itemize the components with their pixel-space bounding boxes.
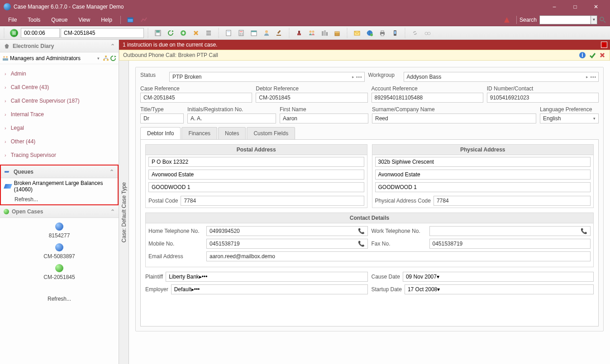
calendar-icon[interactable] [248, 27, 260, 39]
maximize-button[interactable]: □ [565, 0, 586, 14]
open-case-2[interactable]: CM-5083897 [43, 253, 75, 260]
gavel-icon[interactable] [273, 27, 285, 39]
physical-code-input[interactable]: 7784 [434, 196, 591, 206]
physical-line2[interactable]: Avonwood Estate [375, 170, 591, 180]
tab-finances[interactable]: Finances [181, 127, 217, 139]
employer-field[interactable]: Default▸••• [171, 284, 368, 294]
menu-help[interactable]: Help [95, 15, 118, 25]
case-status-icon[interactable] [55, 264, 63, 272]
initials-input[interactable]: A. A. [187, 113, 276, 123]
tree-item-legal[interactable]: ›Legal [0, 121, 119, 135]
work-tel-input[interactable]: 📞 [429, 226, 591, 236]
cause-date-field[interactable]: 09 Nov 2007▾ [403, 272, 594, 282]
search-dropdown[interactable]: ▼ [591, 15, 597, 24]
phone-icon[interactable]: 📞 [358, 228, 365, 234]
email-input[interactable]: aaron.reed@mailbox.demo [206, 251, 591, 261]
reject-icon[interactable] [599, 52, 606, 59]
tab-debtor-info[interactable]: Debtor Info [140, 127, 181, 139]
fname-input[interactable]: Aaron [280, 113, 368, 123]
hierarchy-icon[interactable] [102, 55, 110, 62]
postal-code-input[interactable]: 7784 [181, 196, 364, 206]
fax-input[interactable]: 0451538719 [429, 239, 591, 249]
queue-item[interactable]: Broken Arrangement Large Balances (14060… [1, 178, 118, 194]
electronic-diary-header[interactable]: Electronic Diary ⌃ [0, 40, 119, 52]
tab-notes[interactable]: Notes [218, 127, 246, 139]
phone-icon[interactable]: 📞 [581, 228, 587, 234]
startup-date-label: Startup Date [372, 286, 402, 293]
tree-item-other[interactable]: ›Other (44) [0, 135, 119, 148]
queues-header[interactable]: Queues ⌃ [1, 165, 118, 178]
status-field[interactable]: PTP Broken▸••• [169, 72, 365, 82]
startup-date-field[interactable]: 17 Oct 2008▾ [405, 284, 594, 294]
surname-input[interactable]: Reed [372, 113, 536, 123]
menu-view[interactable]: View [73, 15, 95, 25]
accept-icon[interactable] [589, 52, 596, 59]
pause-button[interactable] [8, 27, 20, 39]
role-select[interactable]: Managers and Administrators [9, 55, 97, 61]
buildings-icon[interactable] [319, 27, 330, 39]
case-status-icon[interactable] [55, 243, 63, 251]
glasses-icon[interactable] [422, 27, 434, 39]
workgroup-field[interactable]: Addyson Bass▸••• [404, 72, 599, 82]
refresh-icon[interactable] [165, 27, 176, 39]
print-icon[interactable] [376, 27, 388, 39]
mobile-input[interactable]: 0451538719📞 [206, 239, 368, 249]
postal-line1[interactable]: P O Box 12322 [148, 157, 364, 167]
physical-line3[interactable]: GOODWOOD 1 [375, 182, 591, 192]
open-case-1[interactable]: 8154277 [49, 232, 70, 239]
title-input[interactable]: Dr [140, 113, 184, 123]
case-status-icon[interactable] [55, 222, 63, 231]
home-tel-input[interactable]: 0499394520📞 [206, 226, 368, 236]
open-case-3[interactable]: CM-2051845 [43, 274, 75, 280]
search-input[interactable] [539, 15, 591, 24]
tab-custom-fields[interactable]: Custom Fields [247, 127, 295, 139]
minimize-button[interactable]: – [544, 0, 565, 14]
vertical-tab[interactable]: Case: Default Case Type [119, 61, 129, 364]
tree-item-admin[interactable]: ›Admin [0, 67, 119, 80]
tree-item-callcentre[interactable]: ›Call Centre (43) [0, 80, 119, 94]
chart-icon[interactable] [139, 15, 149, 25]
tree-item-tracingsup[interactable]: ›Tracing Supervisor [0, 148, 119, 162]
menu-queue[interactable]: Queue [46, 15, 73, 25]
alert-indicator-icon[interactable] [502, 15, 512, 25]
close-button[interactable]: ✕ [586, 0, 606, 14]
physical-line1[interactable]: 302b Siphiwe Crescent [375, 157, 591, 167]
package-icon[interactable] [331, 27, 343, 39]
globe-icon[interactable] [364, 27, 376, 39]
cancel-icon[interactable] [190, 27, 202, 39]
postal-code-label: Postal Code [148, 198, 178, 204]
window-icon[interactable] [125, 15, 135, 25]
phone-sms-icon[interactable] [389, 27, 401, 39]
postal-line3[interactable]: GOODWOOD 1 [148, 182, 364, 192]
debtor-ref-input[interactable]: CM-2051845 [256, 93, 367, 103]
tree-item-supervisor[interactable]: ›Call Centre Supervisor (187) [0, 94, 119, 108]
tree-item-internaltrace[interactable]: ›Internal Trace [0, 108, 119, 121]
link-icon[interactable] [409, 27, 421, 39]
info-icon[interactable]: i [579, 52, 586, 59]
list-icon[interactable] [203, 27, 214, 39]
id-input[interactable]: 9105416921023 [487, 93, 599, 103]
add-icon[interactable] [177, 27, 189, 39]
open-cases-refresh[interactable]: Refresh... [48, 296, 71, 302]
acct-ref-input[interactable]: 8929540181105488 [372, 93, 483, 103]
queues-refresh[interactable]: Refresh... [1, 194, 118, 204]
phone-icon[interactable]: 📞 [358, 241, 365, 247]
document-icon[interactable] [223, 27, 234, 39]
refresh-role-icon[interactable] [110, 55, 117, 62]
plaintiff-field[interactable]: Liberty Bank▸••• [166, 272, 367, 282]
calculator-icon[interactable] [235, 27, 247, 39]
menu-file[interactable]: File [3, 15, 22, 25]
lang-select[interactable]: English▾ [540, 113, 599, 123]
flag-icon[interactable] [601, 42, 607, 48]
users-icon[interactable] [306, 27, 318, 39]
open-cases-header[interactable]: Open Cases ⌃ [0, 205, 119, 218]
menu-tools[interactable]: Tools [22, 15, 46, 25]
user-icon[interactable] [261, 27, 272, 39]
save-icon[interactable] [152, 27, 164, 39]
mail-icon[interactable] [351, 27, 363, 39]
stamp-icon[interactable] [293, 27, 305, 39]
search-button[interactable] [598, 15, 607, 24]
svg-rect-51 [5, 171, 9, 173]
postal-line2[interactable]: Avonwood Estate [148, 170, 364, 180]
case-ref-input[interactable]: CM-2051845 [140, 93, 252, 103]
